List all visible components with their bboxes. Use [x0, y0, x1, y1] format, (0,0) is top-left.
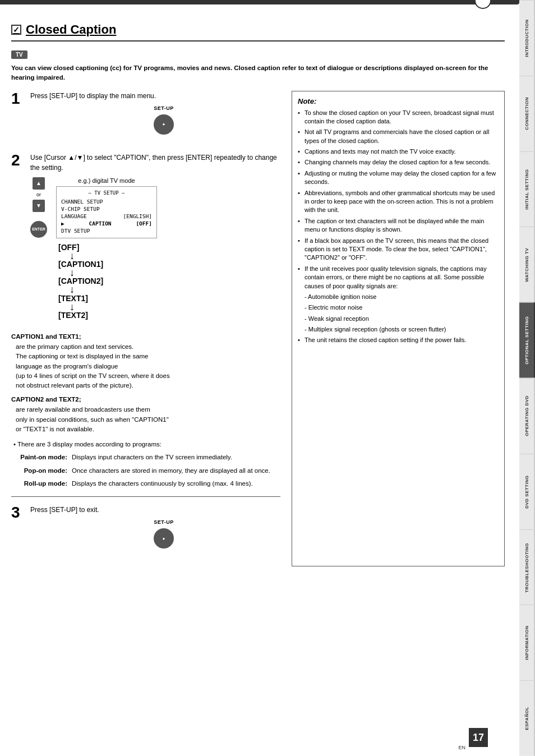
step-1: 1 Press [SET-UP] to display the main men…	[11, 91, 280, 144]
note-text-9: - Automobile ignition noise	[305, 293, 376, 301]
eg-label: e.g.) digital TV mode	[56, 177, 157, 184]
cap-arrow-1: ↓	[70, 269, 75, 276]
step-1-remote: SET-UP ●	[47, 105, 280, 138]
note-text-4: Adjusting or muting the volume may delay…	[305, 169, 499, 187]
cap-text1: [TEXT1] ↓	[58, 294, 88, 311]
checkbox-icon: ✓	[11, 25, 21, 35]
tv-menu-item-channel: CHANNEL SETUP	[61, 198, 152, 205]
tv-menu-item-vchip: V-CHIP SETUP	[61, 205, 152, 213]
bullet-0: •	[298, 109, 302, 117]
tv-menu-language-value: [ENGLISH]	[123, 213, 152, 219]
note-text-0: To show the closed caption on your TV sc…	[305, 109, 499, 126]
intro-text: You can view closed captioning (cc) for …	[11, 63, 505, 83]
note-text-1: Not all TV programs and commercials have…	[305, 128, 499, 145]
note-item-0: • To show the closed caption on your TV …	[298, 109, 499, 126]
note-item-8: • If the unit receives poor quality tele…	[298, 265, 499, 291]
page-title-text: Closed Caption	[26, 22, 116, 37]
page-number: 17	[469, 728, 488, 747]
tab-espanol[interactable]: ESPAÑOL	[519, 680, 535, 756]
note-item-1: • Not all TV programs and commercials ha…	[298, 128, 499, 145]
paint-on-desc: Displays input characters on the TV scre…	[72, 453, 280, 462]
desc-bullet: • There are 3 display modes according to…	[13, 440, 280, 449]
tab-information[interactable]: INFORMATION	[519, 605, 535, 680]
tab-optional-setting[interactable]: OPTIONAL SETTING	[519, 302, 535, 378]
page-title-section: ✓ Closed Caption	[11, 22, 505, 42]
step-3: 3 Press [SET-UP] to exit. SET-UP ●	[11, 505, 280, 557]
note-text-10: - Electric motor noise	[305, 303, 362, 312]
page-title: ✓ Closed Caption	[11, 22, 505, 37]
pop-on-desc: Once characters are stored in memory, th…	[72, 466, 280, 476]
desc-caption1-title: CAPTION1 and TEXT1;	[11, 333, 280, 340]
tab-operating-dvd[interactable]: OPERATING DVD	[519, 378, 535, 454]
tv-menu-title: — TV SETUP —	[61, 190, 152, 196]
mode-row-roll: Roll-up mode: Displays the characters co…	[11, 479, 280, 488]
step-3-remote-btn: ●	[154, 528, 174, 548]
note-item-3: • Changing channels may delay the closed…	[298, 158, 499, 167]
note-text-5: Abbreviations, symbols and other grammat…	[305, 189, 499, 215]
step-2-number: 2	[11, 153, 25, 168]
bullet-1: •	[298, 128, 302, 136]
cap-caption1-label: [CAPTION1]	[58, 260, 103, 269]
tv-menu-caption-value: [OFF]	[136, 220, 152, 227]
cap-arrow-2: ↓	[70, 285, 75, 293]
enter-btn: ENTER	[30, 221, 47, 238]
left-col: 1 Press [SET-UP] to display the main men…	[11, 91, 280, 567]
bullet-6: •	[298, 217, 302, 225]
desc-section: CAPTION1 and TEXT1; are the primary capt…	[11, 333, 280, 488]
cap-text2: [TEXT2]	[58, 311, 88, 320]
tv-menu-section: e.g.) digital TV mode — TV SETUP — CHANN…	[56, 177, 157, 238]
tv-badge: TV	[11, 50, 27, 59]
tab-dvd-setting[interactable]: DVD SETTING	[519, 454, 535, 529]
note-item-11: - Weak signal reception	[298, 315, 499, 323]
tab-troubleshooting[interactable]: TROUBLESHOOTING	[519, 529, 535, 605]
divider	[11, 496, 280, 497]
step-3-remote: SET-UP ●	[47, 519, 280, 552]
bullet-5: •	[298, 189, 302, 197]
step-3-number: 3	[11, 505, 25, 520]
note-text-7: If a black box appears on the TV screen,…	[305, 237, 499, 262]
tab-watching-tv[interactable]: WATCHING TV	[519, 227, 535, 302]
two-col-layout: 1 Press [SET-UP] to display the main men…	[11, 91, 505, 567]
tv-menu-arrow-icon: ▶	[61, 220, 64, 227]
note-item-2: • Captions and texts may not match the T…	[298, 147, 499, 156]
bullet-8: •	[298, 265, 302, 273]
tab-initial-setting[interactable]: INITIAL SETTING	[519, 151, 535, 227]
step-3-text: Press [SET-UP] to exit.	[30, 505, 280, 515]
step-2: 2 Use [Cursor ▲/▼] to select "CAPTION", …	[11, 153, 280, 325]
note-item-10: - Electric motor noise	[298, 303, 499, 312]
step-3-content: Press [SET-UP] to exit. SET-UP ●	[30, 505, 280, 557]
tv-menu-dtv-label: DTV SETUP	[61, 228, 90, 234]
cap-caption2-label: [CAPTION2]	[58, 276, 103, 285]
step-1-remote-btn: ●	[154, 114, 174, 135]
note-text-12: - Multiplex signal reception (ghosts or …	[305, 325, 446, 334]
cursor-down-btn: ▼	[33, 200, 45, 212]
desc-caption2-text: are rarely available and broadcasters us…	[16, 405, 280, 434]
cursor-up-btn: ▲	[33, 177, 45, 190]
note-item-13: • The unit retains the closed caption se…	[298, 336, 499, 344]
main-content: ✓ Closed Caption TV You can view closed …	[0, 0, 516, 756]
tv-menu-vchip-label: V-CHIP SETUP	[61, 206, 100, 212]
cap-off-label: [OFF]	[58, 243, 79, 252]
step2-controls: ▲ or ▼ ENTER	[30, 177, 47, 238]
tv-menu-item-dtv: DTV SETUP	[61, 227, 152, 234]
tab-introduction[interactable]: INTRODUCTION	[519, 0, 535, 76]
note-item-9: - Automobile ignition noise	[298, 293, 499, 301]
page-wrapper: ✓ Closed Caption TV You can view closed …	[0, 0, 535, 756]
tab-connection[interactable]: CONNECTION	[519, 76, 535, 151]
step-2-content: Use [Cursor ▲/▼] to select "CAPTION", th…	[30, 153, 280, 325]
tv-menu-language-label: LANGUAGE	[61, 213, 87, 219]
step-1-text: Press [SET-UP] to display the main menu.	[30, 91, 280, 101]
right-col: Note: • To show the closed caption on yo…	[292, 91, 505, 567]
note-item-6: • The caption or text characters will no…	[298, 217, 499, 234]
step-2-text: Use [Cursor ▲/▼] to select "CAPTION", th…	[30, 153, 280, 173]
cap-caption2: [CAPTION2] ↓	[58, 276, 103, 293]
bullet-2: •	[298, 147, 302, 156]
tv-menu-item-caption: ▶ CAPTION [OFF]	[61, 220, 152, 227]
note-text-3: Changing channels may delay the closed c…	[305, 158, 490, 167]
pop-on-label: Pop-on mode:	[11, 466, 67, 476]
cap-arrow-3: ↓	[70, 303, 75, 311]
caption-sequence: [OFF] ↓ [CAPTION1] ↓ [CAPTION2] ↓	[58, 243, 280, 320]
note-text-11: - Weak signal reception	[305, 315, 369, 323]
tv-menu-item-language: LANGUAGE [ENGLISH]	[61, 213, 152, 220]
page-en: EN	[458, 745, 465, 750]
